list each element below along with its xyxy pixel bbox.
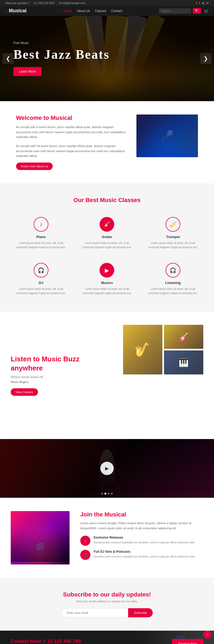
search-button[interactable]: 🔍 <box>193 8 201 14</box>
podcasts-title: Full DJ Sets & Podcasts <box>94 550 195 554</box>
join-crowd-icon: 🎆 <box>11 531 70 562</box>
cart-icon[interactable]: 🛒 <box>204 9 209 13</box>
social-li-icon[interactable]: in <box>206 1 209 5</box>
contact-phone-prefix: + <box>43 639 46 644</box>
listen-img-right-col: 🎸 🎹 <box>164 325 203 374</box>
exclusive-releases-text: Exclusive Releases Domprice ibre nonusce… <box>94 536 195 544</box>
piano-desc: Lorem ipsum dolor sit amet, elit, id ab … <box>13 241 69 250</box>
join-crowd: 🎆 <box>11 511 70 564</box>
subscribe-email-input[interactable] <box>61 608 128 617</box>
listen-img-sax: 🎷 <box>123 325 162 374</box>
navbar-logo[interactable]: ♪ Musical <box>5 8 26 14</box>
piano-icon: ♪ <box>34 217 48 232</box>
join-desc: Lorem ipsum viverra feugiat. Pellen tesq… <box>80 521 203 531</box>
listen-title: Listen to Music Buzz anywhere <box>11 355 112 373</box>
join-section: 🎆 Join the Musical Lorem ipsum viverra f… <box>0 498 214 578</box>
nav-about[interactable]: About Us <box>77 9 90 13</box>
exclusive-releases-icon: ♪ <box>80 536 90 546</box>
nav-home[interactable]: Home <box>63 9 72 13</box>
top-bar-left: Have any question ? ✆ (+25) 234 4567 ✉ m… <box>5 2 85 5</box>
listen-img-band: 🎸 <box>164 325 203 349</box>
hero-bottom-fade <box>0 74 214 101</box>
top-bar: Have any question ? ✆ (+25) 234 4567 ✉ m… <box>0 0 214 6</box>
trumpet-icon: 🎺 <box>166 217 180 232</box>
listening-name: Listening <box>145 281 201 285</box>
podcasts-desc: Domprice ibre nonusce cupidatat non proi… <box>94 555 195 559</box>
listen-section: Listen to Music Buzz anywhere Where word… <box>0 311 214 439</box>
listen-view-classes-button[interactable]: View Classes <box>11 388 38 396</box>
guitar-icon: 🎸 <box>100 217 114 232</box>
podcasts-icon: 🎵 <box>80 550 90 560</box>
podcasts-text: Full DJ Sets & Podcasts Domprice ibre no… <box>94 550 195 559</box>
listening-icon: 🎧 <box>166 263 180 278</box>
join-title-accent: Musical <box>104 511 126 518</box>
guitar-name: Guitar <box>79 235 135 239</box>
subscribe-section: Subscribe to our daily updates! Add your… <box>0 578 214 631</box>
trumpet-name: Trumpet <box>145 235 201 239</box>
join-feature-releases: ♪ Exclusive Releases Domprice ibre nonus… <box>80 536 203 546</box>
hero-feel: Feel Music <box>13 41 110 45</box>
class-item-dj: 🎧 DJ Lorem ipsum dolor sit amet, elit, i… <box>11 260 71 298</box>
trumpet-desc: Lorem ipsum dolor sit amet, elit, id ab … <box>145 241 201 250</box>
class-item-trumpet: 🎺 Trumpet Lorem ipsum dolor sit amet, el… <box>143 214 203 252</box>
join-content: Join the Musical Lorem ipsum viverra feu… <box>80 511 203 564</box>
classes-grid: ♪ Piano Lorem ipsum dolor sit amet, elit… <box>11 214 203 298</box>
hero-section: ❮ Feel Music Best Jazz Beats Learn More … <box>0 16 214 101</box>
class-item-piano: ♪ Piano Lorem ipsum dolor sit amet, elit… <box>11 214 71 252</box>
contact-banner-text: Contact Now! + 12 123 456 789 Lorem ipsu… <box>11 639 82 644</box>
contact-title-plain: Contact Now! <box>11 639 42 644</box>
listen-title-rest: anywhere <box>11 364 43 372</box>
welcome-image-fade <box>136 144 198 157</box>
join-title: Join the Musical <box>80 511 203 518</box>
nav-contact[interactable]: Contact <box>111 9 122 13</box>
hero-next-arrow[interactable]: ❯ <box>200 53 211 64</box>
contact-now-button[interactable]: Contact Now <box>172 639 203 644</box>
nav-classes[interactable]: Classes <box>95 9 106 13</box>
listen-title-accent: Music Buzz <box>42 355 80 363</box>
subscribe-subtitle: Add your email address to register for o… <box>11 600 203 603</box>
listen-images: 🎷 🎸 🎹 <box>123 325 203 426</box>
welcome-desc-2: At corrupti odit? At lorem facere, porro… <box>16 144 126 159</box>
classes-title-accent: Classes <box>118 197 140 203</box>
subscribe-title-plain: Subscribe to our daily <box>63 591 125 598</box>
welcome-title: Welcome to Musical <box>16 114 126 121</box>
musics-desc: Lorem ipsum dolor sit amet, elit, id ab … <box>79 287 135 295</box>
top-bar-question: Have any question ? <box>5 2 30 5</box>
contact-banner-title: Contact Now! + 12 123 456 789 <box>11 639 82 644</box>
welcome-desc-1: At corrupti odit ut lorem facere, porro … <box>16 125 126 140</box>
subscribe-button[interactable]: Subscribe <box>128 608 153 617</box>
listen-subtitle: Where words leave off, <box>11 375 112 379</box>
listen-title-plain: Listen to <box>11 355 40 363</box>
piano-name: Piano <box>13 235 69 239</box>
listen-tagline: Music Begins. <box>11 380 112 384</box>
social-ig-icon[interactable]: ig <box>202 1 204 5</box>
join-title-plain: Join the <box>80 511 103 518</box>
search-input[interactable] <box>159 8 191 14</box>
classes-section-title: Our Best Music Classes <box>11 197 203 204</box>
social-tw-icon[interactable]: t <box>199 1 200 5</box>
musics-icon: ▶ <box>100 263 114 278</box>
social-fb-icon[interactable]: f <box>196 1 197 5</box>
welcome-text: Welcome to Musical At corrupti odit ut l… <box>16 114 126 170</box>
dj-icon: 🎧 <box>34 263 48 278</box>
navbar-brand: Musical <box>9 8 26 14</box>
scroll-top-button[interactable]: ↑ <box>203 631 211 639</box>
welcome-title-plain: Welcome to <box>16 114 49 121</box>
welcome-about-button[interactable]: Know more about us <box>16 163 53 170</box>
video-play-button[interactable]: ▶ <box>100 462 114 475</box>
class-item-listening: 🎧 Listening Lorem ipsum dolor sit amet, … <box>143 260 203 298</box>
video-section: ▶ <box>0 439 214 498</box>
hero-content: Feel Music Best Jazz Beats Learn More <box>13 41 110 76</box>
top-bar-email: ✉ mail@example.com <box>59 2 85 5</box>
hero-title: Best Jazz Beats <box>13 47 110 62</box>
hero-prev-arrow[interactable]: ❮ <box>3 53 14 64</box>
listen-img-guitar: 🎹 <box>164 350 203 374</box>
navbar: ♪ Musical Home About Us Classes Contact … <box>0 6 214 16</box>
listening-desc: Lorem ipsum dolor sit amet, elit, id ab … <box>145 287 201 295</box>
subscribe-title: Subscribe to our daily updates! <box>11 591 203 598</box>
hero-learn-more-button[interactable]: Learn More <box>13 67 41 76</box>
guitar-desc: Lorem ipsum dolor sit amet, elit, id ab … <box>79 241 135 250</box>
class-item-musics: ▶ Musics Lorem ipsum dolor sit amet, eli… <box>77 260 137 298</box>
exclusive-releases-desc: Domprice ibre nonusce cupidatat non proi… <box>94 540 195 544</box>
welcome-title-accent: Musical <box>51 114 72 121</box>
